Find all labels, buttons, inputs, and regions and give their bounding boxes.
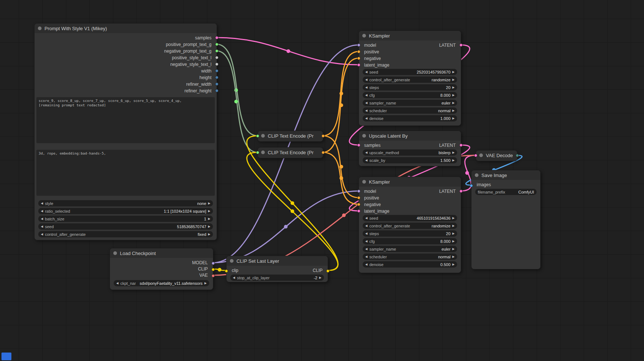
port-width[interactable] (215, 69, 218, 72)
widget-sampler-name[interactable]: ◀ sampler_name euler ▶ (363, 100, 457, 106)
port-collapsed-inputs[interactable] (256, 151, 259, 154)
port-collapsed-inputs[interactable] (474, 154, 477, 157)
widget-ckpt-name[interactable]: ◀ ckpt_name sdxl/ponyFaetality_v11.safet… (114, 280, 209, 286)
widget-arrow-right-icon[interactable]: ▶ (208, 217, 210, 220)
negative-prompt-textarea[interactable]: 3d, rope, embedding:bad-hands-5, (36, 150, 215, 196)
port-latent-image[interactable] (357, 209, 360, 213)
node-title-bar[interactable]: Load Checkpoint (110, 248, 213, 258)
port-latent[interactable] (459, 43, 463, 47)
port-negative[interactable] (357, 203, 360, 206)
collapse-dot[interactable] (230, 259, 234, 263)
node-clip-text-encode-2[interactable]: CLIP Text Encode (Pr (257, 147, 323, 158)
widget-arrow-left-icon[interactable]: ◀ (365, 263, 367, 266)
widget-arrow-right-icon[interactable]: ▶ (204, 282, 207, 285)
widget-arrow-left-icon[interactable]: ◀ (365, 240, 367, 243)
port-refiner-height[interactable] (215, 89, 218, 92)
widget-seed[interactable]: ◀ seed 5185368570747 ▶ (38, 223, 213, 230)
widget-denoise[interactable]: ◀ denoise 1.000 ▶ (363, 115, 457, 121)
port-positive[interactable] (357, 196, 360, 199)
widget-arrow-right-icon[interactable]: ▶ (452, 159, 455, 162)
collapse-dot[interactable] (362, 180, 366, 184)
widget-arrow-left-icon[interactable]: ◀ (365, 70, 367, 74)
widget-arrow-right-icon[interactable]: ▶ (452, 101, 455, 105)
widget-arrow-right-icon[interactable]: ▶ (452, 86, 455, 89)
widget-ratio-selected[interactable]: ◀ ratio_selected 1:1 [1024x1024 square] … (38, 208, 213, 214)
port-negative-prompt-text-g[interactable] (215, 49, 218, 53)
widget-arrow-left-icon[interactable]: ◀ (233, 276, 235, 279)
port-images[interactable] (470, 184, 473, 187)
node-title-bar[interactable]: VAE Decode (476, 151, 517, 160)
port-negative[interactable] (357, 57, 360, 60)
port-clip[interactable] (225, 269, 228, 273)
port-latent[interactable] (459, 190, 463, 193)
widget-scheduler[interactable]: ◀ scheduler normal ▶ (363, 254, 457, 260)
widget-scale-by[interactable]: ◀ scale_by 1.500 ▶ (363, 157, 457, 163)
widget-arrow-right-icon[interactable]: ▶ (208, 233, 210, 236)
widget-arrow-left-icon[interactable]: ◀ (41, 202, 43, 205)
widget-steps[interactable]: ◀ steps 20 ▶ (363, 84, 457, 91)
widget-cfg[interactable]: ◀ cfg 8.000 ▶ (363, 238, 457, 244)
port-vae[interactable] (211, 274, 215, 277)
widget-arrow-right-icon[interactable]: ▶ (452, 247, 455, 251)
widget-seed[interactable]: ◀ seed 252031457993670 ▶ (363, 69, 457, 75)
port-conditioning[interactable] (321, 134, 325, 138)
port-negative-style-text-l[interactable] (215, 63, 218, 66)
node-title-bar[interactable]: Upscale Latent By (359, 131, 461, 141)
widget-control-after-generate[interactable]: ◀ control_after_generate randomize ▶ (363, 77, 457, 83)
port-height[interactable] (215, 76, 218, 79)
widget-arrow-right-icon[interactable]: ▶ (452, 151, 455, 154)
widget-arrow-right-icon[interactable]: ▶ (452, 263, 455, 266)
widget-arrow-right-icon[interactable]: ▶ (452, 117, 455, 120)
collapse-dot[interactable] (362, 34, 366, 38)
node-title-bar[interactable]: CLIP Text Encode (Pr (258, 131, 323, 141)
widget-arrow-left-icon[interactable]: ◀ (365, 101, 367, 105)
collapse-dot[interactable] (479, 153, 483, 157)
widget-arrow-left-icon[interactable]: ◀ (365, 93, 367, 97)
node-title-bar[interactable]: Prompt With Style V1 (Mikey) (35, 24, 217, 33)
node-vae-decode[interactable]: VAE Decode (476, 150, 517, 161)
node-ksampler-1[interactable]: KSampler modelLATENT positive negative l… (359, 31, 461, 126)
port-model[interactable] (211, 262, 215, 265)
port-clip-out[interactable] (326, 269, 330, 273)
widget-arrow-left-icon[interactable]: ◀ (41, 233, 43, 236)
widget-seed[interactable]: ◀ seed 465101915634636 ▶ (363, 215, 457, 221)
port-positive-style-text-l[interactable] (215, 56, 218, 59)
collapse-dot[interactable] (261, 151, 265, 154)
widget-control-after-generate[interactable]: ◀ control_after_generate randomize ▶ (363, 223, 457, 229)
node-prompt-with-style[interactable]: Prompt With Style V1 (Mikey) samples pos… (34, 23, 217, 240)
widget-arrow-right-icon[interactable]: ▶ (452, 93, 455, 97)
widget-arrow-right-icon[interactable]: ▶ (452, 78, 455, 81)
widget-control-after-generate[interactable]: ◀ control_after_generate fixed ▶ (38, 231, 213, 237)
widget-cfg[interactable]: ◀ cfg 8.000 ▶ (363, 92, 457, 98)
collapse-dot[interactable] (475, 173, 478, 177)
widget-upscale-method[interactable]: ◀ upscale_method bislerp ▶ (363, 149, 457, 156)
node-canvas[interactable]: Prompt With Style V1 (Mikey) samples pos… (0, 0, 644, 361)
widget-arrow-right-icon[interactable]: ▶ (452, 232, 455, 235)
node-save-image[interactable]: Save Image images filename_prefix ComfyU… (471, 170, 541, 269)
port-clip[interactable] (211, 268, 215, 271)
widget-arrow-left-icon[interactable]: ◀ (365, 247, 367, 251)
node-load-checkpoint[interactable]: Load Checkpoint MODEL CLIP VAE ◀ ckpt_na… (110, 248, 213, 290)
widget-arrow-right-icon[interactable]: ▶ (452, 216, 455, 220)
widget-denoise[interactable]: ◀ denoise 0.500 ▶ (363, 261, 457, 268)
collapse-dot[interactable] (38, 26, 42, 30)
widget-steps[interactable]: ◀ steps 20 ▶ (363, 230, 457, 237)
positive-prompt-textarea[interactable]: score_9, score_8_up, score_7_up, score_6… (36, 97, 215, 143)
collapse-dot[interactable] (261, 134, 265, 138)
port-positive[interactable] (357, 50, 360, 53)
collapse-dot[interactable] (362, 134, 366, 138)
widget-arrow-right-icon[interactable]: ▶ (208, 202, 210, 205)
widget-arrow-right-icon[interactable]: ▶ (452, 224, 455, 227)
widget-arrow-left-icon[interactable]: ◀ (365, 159, 367, 162)
widget-arrow-left-icon[interactable]: ◀ (365, 232, 367, 235)
widget-arrow-left-icon[interactable]: ◀ (365, 117, 367, 120)
node-title-bar[interactable]: CLIP Text Encode (Pr (258, 148, 323, 157)
port-refiner-width[interactable] (215, 82, 218, 86)
widget-scheduler[interactable]: ◀ scheduler normal ▶ (363, 107, 457, 114)
node-upscale-latent-by[interactable]: Upscale Latent By samplesLATENT ◀ upscal… (359, 131, 461, 166)
widget-arrow-left-icon[interactable]: ◀ (365, 151, 367, 154)
port-samples[interactable] (357, 144, 360, 147)
widget-arrow-left-icon[interactable]: ◀ (365, 255, 367, 258)
node-clip-text-encode-1[interactable]: CLIP Text Encode (Pr (257, 131, 323, 142)
node-title-bar[interactable]: KSampler (359, 177, 461, 187)
